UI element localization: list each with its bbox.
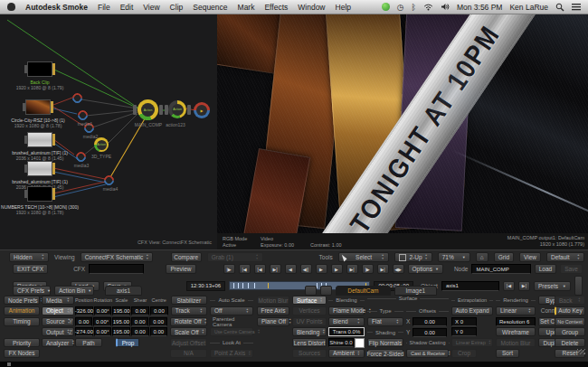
- wireframe-button[interactable]: Wireframe: [496, 327, 536, 336]
- transport-button[interactable]: ◀||: [300, 264, 312, 274]
- connectfx-schematic-canvas[interactable]: Back Clip 1920 x 1080 @ 8 (1.79) Circle-…: [0, 14, 218, 249]
- zoom-dropdown[interactable]: 71%▼: [438, 252, 470, 262]
- rotate-off-dropdown[interactable]: Rotate Off: [170, 317, 207, 326]
- delete-button[interactable]: Delete: [555, 338, 585, 347]
- resolution-field[interactable]: Resolution 6: [496, 317, 536, 326]
- path-button[interactable]: Path: [75, 338, 102, 347]
- linear-extrap-dropdown[interactable]: Linear Extrap: [451, 338, 493, 347]
- plane-off-dropdown[interactable]: Plane Off: [257, 317, 289, 326]
- surface-menu[interactable]: Surface: [292, 296, 327, 305]
- back-dropdown[interactable]: Back: [555, 296, 585, 305]
- transport-button[interactable]: |▶: [223, 264, 235, 274]
- priority-button[interactable]: Priority: [4, 338, 40, 347]
- transport-button[interactable]: ▶|: [346, 264, 358, 274]
- wifi-icon[interactable]: [423, 3, 433, 11]
- x-rotation-field[interactable]: 0.00°: [94, 306, 112, 315]
- z-shear-field[interactable]: 0.00: [131, 327, 148, 336]
- shine-field[interactable]: Shine 0.0: [328, 338, 354, 347]
- app-name[interactable]: Autodesk Smoke: [25, 3, 88, 12]
- na-button[interactable]: N/A: [170, 349, 207, 358]
- menu-view[interactable]: View: [143, 3, 159, 12]
- x-shear-field[interactable]: 0.00: [131, 306, 149, 315]
- blend-dropdown[interactable]: Blend: [328, 317, 365, 326]
- resize-grip[interactable]: [577, 349, 585, 354]
- timing-button[interactable]: Timing: [4, 317, 40, 326]
- node-load-button[interactable]: Load: [535, 264, 556, 274]
- node-output[interactable]: ▶: [194, 102, 210, 118]
- compare-button[interactable]: Compare: [171, 252, 202, 262]
- lens-distort-button[interactable]: Lens Distort: [292, 338, 327, 347]
- preview-button[interactable]: Preview: [166, 264, 195, 274]
- menu-effects[interactable]: Effects: [264, 3, 288, 12]
- z-scale-field[interactable]: 195.00: [112, 327, 130, 336]
- prop-toggle[interactable]: Prop: [116, 338, 139, 347]
- extrap-x-field[interactable]: X 0: [451, 317, 477, 326]
- grab-dropdown[interactable]: Grab (1): [207, 252, 263, 262]
- transport-button[interactable]: ◀: [285, 264, 297, 274]
- vertices-button[interactable]: Vertices: [292, 306, 327, 315]
- menubar-user[interactable]: Ken LaRue: [509, 3, 548, 12]
- y-position-field[interactable]: 0.00: [75, 317, 93, 326]
- y-rotation-field[interactable]: 0.00°: [93, 317, 111, 326]
- viewing-dropdown[interactable]: ConnectFX Schematic: [81, 252, 153, 262]
- auto-key-toggle[interactable]: Auto Key: [555, 306, 585, 315]
- z-position-field[interactable]: -274.00: [75, 327, 93, 336]
- grid-button[interactable]: Grid: [494, 252, 514, 262]
- parented-camera-dropdown[interactable]: Use Centre Camera: [210, 327, 253, 336]
- transport-button[interactable]: [◀: [254, 264, 266, 274]
- transport-button[interactable]: ▶|: [377, 264, 389, 274]
- transport-button[interactable]: |◀: [239, 264, 251, 274]
- animation-button[interactable]: Animation: [4, 306, 40, 315]
- transport-button[interactable]: ◀▶: [393, 264, 404, 274]
- force-2-sided-button[interactable]: Force 2-Sided: [367, 349, 403, 358]
- tab-image1[interactable]: Image1: [394, 286, 438, 296]
- volume-icon[interactable]: [441, 3, 450, 11]
- view-preset-dropdown[interactable]: Default: [546, 252, 584, 262]
- y-centre-field[interactable]: 0.00: [149, 317, 167, 326]
- x-position-field[interactable]: -326.00: [75, 306, 93, 315]
- node-save-button[interactable]: Save: [560, 264, 583, 274]
- y-shear-field[interactable]: 0.00: [131, 317, 149, 326]
- tab-axis1[interactable]: axis1: [105, 286, 142, 296]
- clip-thumb-city[interactable]: [25, 99, 51, 115]
- menu-window[interactable]: Window: [298, 3, 325, 12]
- y-scale-field[interactable]: 195.00: [112, 317, 130, 326]
- stabilizer-button[interactable]: Stabilizer: [171, 296, 207, 305]
- offset-y-field[interactable]: 0.00: [413, 328, 447, 337]
- offset-x-field[interactable]: 0.00: [413, 317, 447, 326]
- track-dropdown[interactable]: Track: [171, 306, 207, 315]
- menu-file[interactable]: File: [98, 3, 110, 12]
- menubar-clock[interactable]: Mon 3:56 PM: [457, 3, 503, 12]
- shadow-casting-dropdown[interactable]: Cast & Receive: [406, 349, 449, 358]
- transport-button[interactable]: |▶: [362, 264, 374, 274]
- node-main-comp[interactable]: Action: [138, 99, 158, 120]
- look-at-dropdown[interactable]: Point Z Axis: [210, 349, 253, 358]
- flame-mode-dropdown[interactable]: Flame Mode: [328, 306, 365, 315]
- status-app-icon[interactable]: [382, 3, 390, 11]
- x-centre-field[interactable]: 0.00: [150, 306, 168, 315]
- tab-scroll-right[interactable]: [320, 286, 332, 296]
- ambient-dropdown[interactable]: Ambient: [328, 349, 365, 358]
- clip-thumb-back[interactable]: [27, 61, 52, 77]
- select-tool-dropdown[interactable]: Select: [338, 252, 389, 262]
- node-3d-type[interactable]: Action: [94, 137, 109, 152]
- menu-help[interactable]: Help: [336, 3, 351, 12]
- motion-blur-button[interactable]: Motion Blur: [257, 296, 289, 305]
- extrap-y-field[interactable]: Y 0: [451, 327, 477, 336]
- z-rotation-field[interactable]: 0.00°: [94, 327, 111, 336]
- transport-button[interactable]: ▶]: [270, 264, 281, 274]
- apple-icon[interactable]: [7, 3, 15, 11]
- transport-button[interactable]: ▶: [331, 264, 343, 274]
- uv-points-button[interactable]: UV Points: [292, 317, 327, 326]
- render-mode-dropdown[interactable]: Linear: [496, 306, 536, 315]
- x-scale-field[interactable]: 195.00: [112, 306, 130, 315]
- home-icon[interactable]: ⌂: [476, 252, 488, 262]
- flip-normals-button[interactable]: Flip Normals: [367, 338, 403, 347]
- fx-nodes-button[interactable]: FX Nodes: [4, 349, 40, 358]
- node-name-field[interactable]: MAIN_COMP: [471, 264, 530, 274]
- clip-thumb-aluminum-2[interactable]: [27, 161, 52, 176]
- menu-sequence[interactable]: Sequence: [193, 3, 227, 12]
- node-prefs-dropdown[interactable]: Node Prefs: [4, 296, 40, 305]
- free-axis-button[interactable]: Free Axis: [257, 306, 289, 315]
- auto-expand-button[interactable]: Auto Expand: [451, 306, 493, 315]
